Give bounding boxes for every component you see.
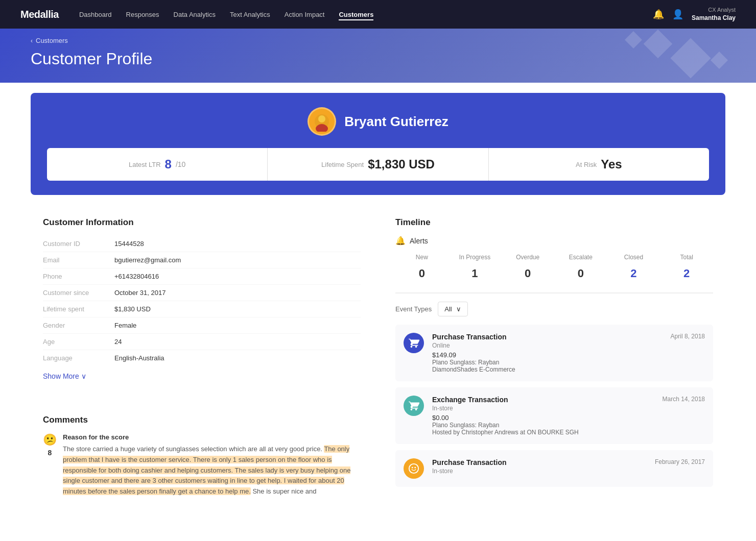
info-row-gender: Gender Female <box>43 317 361 334</box>
metric-ltr-value: 8 <box>165 157 172 171</box>
event-2-subtitle: In-store <box>432 405 654 412</box>
page-title: Customer Profile <box>31 50 725 68</box>
score-number: 8 <box>48 449 52 457</box>
timeline-title: Timeline <box>395 217 713 228</box>
customer-info-title: Customer Information <box>43 217 361 228</box>
decoration-diamond-large <box>670 38 711 78</box>
metric-ltr-sub: /10 <box>176 160 185 168</box>
header-bar: ‹ Customers Customer Profile <box>0 29 756 83</box>
comments-title: Comments <box>43 415 361 425</box>
metric-lifetime-label: Lifetime Spent <box>321 161 364 168</box>
comment-text: The store carried a huge variety of sung… <box>63 444 361 497</box>
comment-content: Reason for the score The store carried a… <box>63 433 361 497</box>
metric-at-risk: At Risk Yes <box>489 148 709 181</box>
info-row-email: Email bgutierrez@gmail.com <box>43 252 361 268</box>
svg-point-3 <box>318 115 325 122</box>
decoration-diamond-small <box>625 31 642 48</box>
left-column: Customer Information Customer ID 1544452… <box>31 205 373 509</box>
chevron-down-icon: ∨ <box>81 372 86 380</box>
breadcrumb[interactable]: ‹ Customers <box>31 37 725 44</box>
timeline-event-2: Exchange Transaction In-store $0.00 Plan… <box>395 387 713 444</box>
value-customer-since: October 31, 2017 <box>114 289 166 297</box>
event-2-location: Hosted by Christopher Andrews at ON BOUR… <box>432 429 654 436</box>
value-age: 24 <box>114 338 122 346</box>
event-1-title: Purchase Transaction <box>432 333 663 341</box>
event-3-title: Purchase Transaction <box>432 458 647 466</box>
info-row-language: Language English-Australia <box>43 350 361 366</box>
user-name: Samantha Clay <box>692 14 736 21</box>
event-icon-purchase <box>404 333 424 353</box>
label-customer-id: Customer ID <box>43 240 114 248</box>
event-3-details: Purchase Transaction In-store <box>432 458 647 479</box>
logo: Medallia <box>20 9 59 20</box>
alerts-label: Alerts <box>410 237 428 245</box>
profile-card: Bryant Gutierrez Latest LTR 8 /10 Lifeti… <box>31 93 725 195</box>
label-phone: Phone <box>43 273 114 280</box>
value-customer-id: 15444528 <box>114 240 144 248</box>
comment-item: 😕 8 Reason for the score The store carri… <box>43 433 361 497</box>
alert-header-escalate: Escalate 0 <box>554 252 607 284</box>
value-gender: Female <box>114 322 136 329</box>
user-icon[interactable]: 👤 <box>672 9 683 20</box>
event-1-subtitle: Online <box>432 342 663 349</box>
event-3-subtitle: In-store <box>432 468 647 475</box>
info-row-phone: Phone +61432804616 <box>43 268 361 285</box>
info-row-customer-since: Customer since October 31, 2017 <box>43 285 361 301</box>
svg-point-7 <box>414 467 416 469</box>
event-icon-purchase-3 <box>404 458 424 479</box>
metric-lifetime-value: $1,830 USD <box>368 157 435 171</box>
alert-header-closed: Closed 2 <box>607 252 660 284</box>
bell-icon: 🔔 <box>395 236 406 245</box>
event-2-date: March 14, 2018 <box>663 396 705 436</box>
customer-name: Bryant Gutierrez <box>344 114 448 130</box>
user-info: CX Analyst Samantha Clay <box>692 7 736 22</box>
event-1-amount: $149.09 <box>432 351 663 359</box>
event-filter-select[interactable]: All ∨ <box>438 302 467 316</box>
value-language: English-Australia <box>114 354 164 362</box>
notification-icon[interactable]: 🔔 <box>653 9 664 20</box>
nav-data-analytics[interactable]: Data Analytics <box>174 9 216 20</box>
nav-responses[interactable]: Responses <box>126 9 159 20</box>
nav-right: 🔔 👤 CX Analyst Samantha Clay <box>653 7 736 22</box>
svg-point-6 <box>412 467 413 469</box>
svg-point-4 <box>317 124 327 131</box>
alert-header-total: Total 2 <box>660 252 713 284</box>
event-2-amount: $0.00 <box>432 414 654 422</box>
profile-header: Bryant Gutierrez <box>47 107 709 136</box>
info-row-lifetime-spent: Lifetime spent $1,830 USD <box>43 301 361 317</box>
show-more-button[interactable]: Show More ∨ <box>43 372 361 380</box>
label-language: Language <box>43 354 114 362</box>
metric-at-risk-label: At Risk <box>576 161 597 168</box>
event-1-product: Plano Sunglass: Rayban <box>432 359 663 366</box>
decoration-diamond-xs <box>711 52 728 69</box>
header-decorations <box>627 34 725 72</box>
alert-header-new: New 0 <box>395 252 448 284</box>
decoration-diamond-medium <box>644 30 673 59</box>
metric-at-risk-value: Yes <box>601 157 622 171</box>
alert-header-in-progress: In Progress 1 <box>448 252 502 284</box>
highlight-1: The only problem that I have is the cust… <box>63 445 350 495</box>
label-customer-since: Customer since <box>43 289 114 297</box>
nav-customers[interactable]: Customers <box>339 9 373 20</box>
nav-dashboard[interactable]: Dashboard <box>79 9 112 20</box>
event-2-product: Plano Sunglass: Rayban <box>432 422 654 429</box>
metric-ltr-label: Latest LTR <box>129 161 161 168</box>
nav-links: Dashboard Responses Data Analytics Text … <box>79 9 653 20</box>
metric-ltr: Latest LTR 8 /10 <box>47 148 268 181</box>
nav-action-impact[interactable]: Action Impact <box>285 9 325 20</box>
label-lifetime-spent: Lifetime spent <box>43 305 114 313</box>
event-2-title: Exchange Transaction <box>432 396 654 404</box>
event-2-details: Exchange Transaction In-store $0.00 Plan… <box>432 396 654 436</box>
breadcrumb-label: Customers <box>36 37 68 44</box>
event-1-details: Purchase Transaction Online $149.09 Plan… <box>432 333 663 373</box>
nav-text-analytics[interactable]: Text Analytics <box>230 9 270 20</box>
alert-header-overdue: Overdue 0 <box>501 252 554 284</box>
value-email: bgutierrez@gmail.com <box>114 256 181 264</box>
event-filter-label: Event Types <box>395 305 432 313</box>
event-1-location: DiamondShades E-Commerce <box>432 366 663 373</box>
label-gender: Gender <box>43 322 114 329</box>
comment-reason: Reason for the score <box>63 433 361 441</box>
main-content: Bryant Gutierrez Latest LTR 8 /10 Lifeti… <box>0 83 756 530</box>
chevron-down-icon: ∨ <box>456 305 461 313</box>
svg-point-5 <box>409 464 418 473</box>
